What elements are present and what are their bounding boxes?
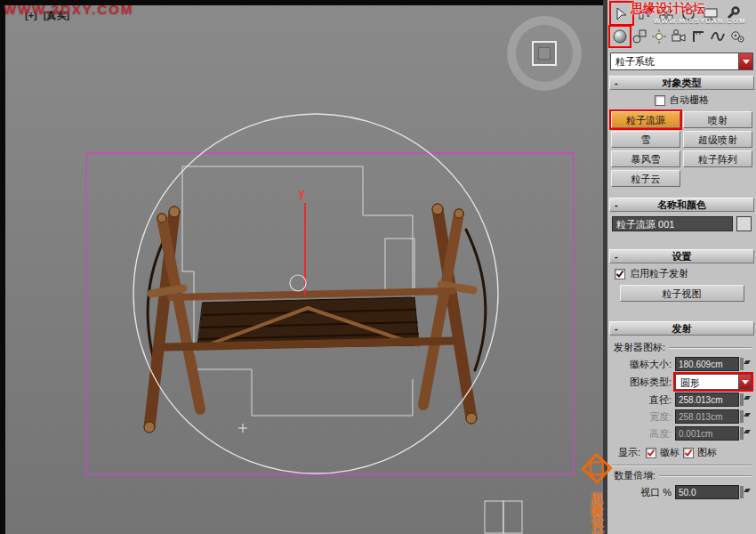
collapse-icon[interactable]: - (615, 322, 618, 335)
pcloud-button[interactable]: 粒子云 (611, 170, 680, 187)
category-dropdown[interactable]: 粒子系统 (610, 53, 753, 70)
object-color-swatch[interactable] (736, 216, 752, 231)
rollout-name-color-title: 名称和颜色 (657, 199, 706, 210)
height-label: 高度: (612, 427, 675, 441)
logo-size-spinner[interactable] (740, 359, 752, 369)
viewcube-face[interactable] (532, 41, 557, 66)
viewport[interactable]: [+] [真实] y (5, 5, 603, 534)
icon-type-label: 图标类型: (612, 376, 675, 389)
category-geometry-icon[interactable] (612, 28, 628, 44)
group-divider (659, 475, 752, 477)
category-helpers-icon[interactable] (690, 28, 706, 44)
display-label: 显示: (612, 446, 642, 459)
snow-button[interactable]: 雪 (611, 131, 680, 148)
rollout-name-color: - 名称和颜色 粒子流源 001 (609, 198, 754, 237)
category-lights-icon[interactable] (651, 28, 667, 44)
particle-view-button[interactable]: 粒子视图 (620, 285, 744, 302)
display-logo-checkbox[interactable] (646, 448, 656, 458)
tab-utilities-icon[interactable] (725, 5, 741, 21)
object-type-buttons: 粒子流源 喷射 雪 超级喷射 暴风雪 粒子阵列 粒子云 (609, 109, 754, 190)
rollout-emission: - 发射 发射器图标: 徽标大小: 180.609cm 图标类型: 圆形 (609, 321, 754, 499)
viewport-pct-spinner[interactable] (740, 487, 752, 498)
collapse-icon[interactable]: - (615, 198, 618, 211)
quantity-heading: 数量倍增: (614, 469, 655, 482)
display-icon-label: 图标 (697, 446, 717, 459)
rollout-emission-title: 发射 (672, 323, 692, 334)
category-systems-icon[interactable] (729, 28, 745, 44)
section-divider (612, 465, 752, 466)
icon-type-value: 圆形 (676, 375, 738, 389)
logo-size-label: 徽标大小: (612, 358, 675, 371)
icon-type-dropdown[interactable]: 圆形 (675, 374, 752, 390)
tab-display-icon[interactable] (703, 5, 719, 21)
rollout-setup-header[interactable]: - 设置 (609, 249, 754, 263)
category-shapes-icon[interactable] (631, 28, 647, 44)
tab-motion-icon[interactable] (680, 5, 696, 21)
diameter-field[interactable]: 258.013cm (675, 392, 739, 407)
collapse-icon[interactable]: - (615, 77, 618, 89)
category-dropdown-value: 粒子系统 (611, 53, 738, 69)
rollout-object-type-header[interactable]: - 对象类型 (609, 76, 754, 90)
diameter-spinner[interactable] (740, 394, 752, 405)
group-divider (669, 347, 752, 349)
width-label: 宽度: (612, 410, 675, 424)
view-navigation-gizmo[interactable] (507, 16, 582, 91)
width-spinner (740, 411, 752, 422)
viewport-pct-field[interactable]: 50.0 (675, 485, 739, 499)
autogrid-checkbox[interactable] (655, 95, 665, 106)
rollout-emission-header[interactable]: - 发射 (609, 321, 754, 336)
enable-emission-checkbox[interactable] (615, 269, 625, 279)
rollout-object-type: - 对象类型 自动栅格 粒子流源 喷射 雪 超级喷射 暴风雪 粒子阵列 粒子云 (609, 76, 754, 190)
command-panel: 思缘设计论坛 WWW.MISSYUAN.COM (607, 0, 756, 534)
parray-button[interactable]: 粒子阵列 (683, 150, 752, 167)
width-field: 258.013cm (675, 409, 739, 424)
scene-canvas[interactable] (5, 5, 603, 534)
display-icon-checkbox[interactable] (683, 448, 694, 458)
pf-source-button[interactable]: 粒子流源 (611, 111, 680, 128)
panel-tabs (607, 0, 756, 24)
transform-gizmo[interactable] (290, 203, 306, 295)
logo-size-field[interactable]: 180.609cm (675, 357, 739, 371)
object-name-input[interactable]: 粒子流源 001 (612, 216, 733, 231)
plan-outline[interactable] (182, 166, 522, 533)
left-border (0, 0, 5, 534)
autogrid-label: 自动栅格 (670, 93, 709, 107)
category-cameras-icon[interactable] (671, 28, 687, 44)
spray-button[interactable]: 喷射 (683, 111, 752, 128)
category-spacewarps-icon[interactable] (710, 28, 726, 44)
emitter-icon-heading: 发射器图标: (614, 341, 665, 354)
blizzard-button[interactable]: 暴风雪 (611, 150, 680, 167)
create-categories (607, 24, 756, 49)
tab-modify-icon[interactable] (636, 5, 652, 21)
tab-hierarchy-icon[interactable] (658, 5, 674, 21)
rollout-setup: - 设置 启用粒子发射 粒子视图 (609, 249, 754, 302)
y-axis-label: y (299, 187, 305, 199)
dropdown-arrow-icon[interactable] (738, 375, 751, 389)
tab-create-icon[interactable] (614, 5, 630, 21)
height-field: 0.001cm (675, 426, 739, 441)
cart-model[interactable] (144, 204, 486, 433)
rollout-object-type-title: 对象类型 (663, 77, 702, 88)
collapse-icon[interactable]: - (615, 250, 618, 263)
dropdown-arrow-icon[interactable] (738, 53, 752, 69)
viewport-pct-label: 视口 % (612, 486, 675, 499)
display-logo-label: 徽标 (660, 446, 680, 459)
application-window: [+] [真实] y WWW.3DXY.COM 思缘设计论坛 WWW.MISSY… (0, 0, 756, 534)
rollout-setup-title: 设置 (672, 251, 692, 262)
cursor-cross (238, 424, 247, 433)
watermark-3dxy: WWW.3DXY.COM (4, 2, 134, 17)
super-spray-button[interactable]: 超级喷射 (683, 131, 752, 148)
enable-emission-label: 启用粒子发射 (630, 267, 688, 280)
diameter-label: 直径: (612, 393, 675, 407)
rollout-name-color-header[interactable]: - 名称和颜色 (609, 198, 754, 212)
viewcube-inner-face[interactable] (538, 47, 551, 60)
height-spinner (740, 428, 752, 439)
